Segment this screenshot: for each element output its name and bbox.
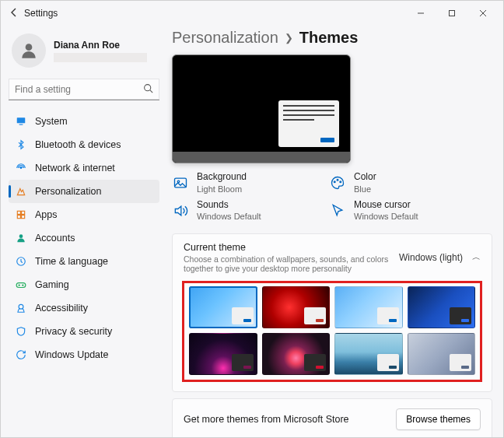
avatar bbox=[12, 33, 46, 68]
svg-point-14 bbox=[19, 234, 23, 238]
breadcrumb: Personalization ❯ Themes bbox=[172, 29, 492, 47]
svg-rect-13 bbox=[22, 215, 25, 219]
search-box[interactable] bbox=[9, 79, 159, 100]
prop-color[interactable]: ColorBlue bbox=[329, 171, 467, 194]
theme-tile-accent bbox=[389, 366, 397, 369]
nav-label: Personalization bbox=[35, 186, 101, 197]
svg-line-6 bbox=[150, 89, 152, 92]
nav-item-accessibility[interactable]: Accessibility bbox=[9, 296, 159, 320]
nav-icon bbox=[15, 302, 27, 314]
theme-tile-0[interactable] bbox=[189, 286, 257, 328]
content-area: Personalization ❯ Themes BackgroundLight… bbox=[164, 26, 503, 438]
theme-tile-5[interactable] bbox=[262, 333, 331, 375]
nav-item-network-internet[interactable]: Network & internet bbox=[9, 156, 159, 180]
theme-tile-accent bbox=[316, 319, 324, 322]
nav-item-accounts[interactable]: Accounts bbox=[9, 226, 159, 250]
nav-label: Gaming bbox=[35, 279, 69, 290]
nav-item-windows-update[interactable]: Windows Update bbox=[9, 343, 159, 366]
nav-item-time-language[interactable]: Time & language bbox=[9, 250, 159, 273]
theme-tile-1[interactable] bbox=[262, 286, 331, 328]
theme-tile-3[interactable] bbox=[408, 286, 476, 328]
current-theme-header[interactable]: Current theme Choose a combination of wa… bbox=[173, 234, 492, 281]
nav-label: Bluetooth & devices bbox=[35, 139, 121, 150]
nav-label: Apps bbox=[35, 209, 58, 220]
titlebar: Settings bbox=[1, 1, 503, 26]
svg-point-17 bbox=[19, 285, 19, 286]
theme-preview bbox=[172, 54, 351, 163]
close-button[interactable] bbox=[467, 2, 499, 24]
prop-cursor-label: Mouse cursor bbox=[354, 199, 418, 212]
nav-item-privacy-security[interactable]: Privacy & security bbox=[9, 320, 159, 343]
nav-icon bbox=[15, 279, 27, 291]
chevron-up-icon: ︿ bbox=[472, 251, 481, 263]
prop-color-label: Color bbox=[354, 171, 376, 184]
browse-themes-button[interactable]: Browse themes bbox=[396, 408, 481, 430]
prop-background[interactable]: BackgroundLight Bloom bbox=[172, 171, 310, 194]
search-input[interactable] bbox=[15, 84, 143, 95]
current-theme-title: Current theme bbox=[184, 242, 399, 253]
theme-tile-accent bbox=[461, 366, 469, 369]
profile-block[interactable]: Diana Ann Roe bbox=[9, 29, 159, 79]
svg-point-24 bbox=[340, 181, 341, 183]
cursor-icon bbox=[329, 202, 346, 219]
current-theme-panel: Current theme Choose a combination of wa… bbox=[172, 233, 492, 392]
palette-icon bbox=[329, 174, 346, 191]
back-button[interactable] bbox=[5, 7, 23, 20]
nav-label: Time & language bbox=[35, 256, 108, 267]
store-panel: Get more themes from Microsoft Store Bro… bbox=[172, 398, 492, 438]
theme-tile-accent bbox=[243, 319, 251, 322]
svg-point-4 bbox=[26, 44, 33, 51]
prop-background-value: Light Bloom bbox=[197, 184, 247, 194]
search-icon bbox=[143, 83, 153, 96]
svg-rect-12 bbox=[17, 215, 20, 219]
nav-icon bbox=[15, 185, 27, 198]
sound-icon bbox=[172, 202, 189, 219]
theme-properties: BackgroundLight Bloom ColorBlue SoundsWi… bbox=[172, 171, 467, 223]
prop-cursor[interactable]: Mouse cursorWindows Default bbox=[329, 199, 467, 223]
preview-taskbar bbox=[173, 152, 350, 163]
svg-rect-11 bbox=[22, 211, 25, 214]
prop-cursor-value: Windows Default bbox=[354, 211, 418, 222]
nav-item-gaming[interactable]: Gaming bbox=[9, 273, 159, 296]
theme-tile-7[interactable] bbox=[408, 333, 476, 375]
nav-label: Network & internet bbox=[35, 163, 115, 173]
theme-tile-accent bbox=[461, 319, 469, 322]
user-email-placeholder bbox=[54, 53, 147, 62]
nav-icon bbox=[15, 255, 27, 268]
window-controls bbox=[405, 2, 499, 24]
current-theme-subtitle: Choose a combination of wallpapers, soun… bbox=[184, 254, 399, 273]
prop-color-value: Blue bbox=[354, 184, 376, 194]
store-text: Get more themes from Microsoft Store bbox=[184, 414, 396, 425]
minimize-button[interactable] bbox=[405, 2, 436, 24]
picture-icon bbox=[172, 174, 189, 191]
nav-icon bbox=[15, 115, 27, 128]
nav-list: SystemBluetooth & devicesNetwork & inter… bbox=[9, 110, 159, 366]
nav-label: Accessibility bbox=[35, 303, 88, 314]
svg-point-22 bbox=[334, 181, 335, 183]
theme-tile-2[interactable] bbox=[334, 286, 403, 328]
svg-point-5 bbox=[145, 84, 151, 90]
nav-item-system[interactable]: System bbox=[9, 110, 159, 133]
nav-label: Windows Update bbox=[35, 349, 109, 360]
window-title: Settings bbox=[23, 8, 58, 19]
nav-icon bbox=[15, 208, 27, 221]
breadcrumb-parent[interactable]: Personalization bbox=[172, 29, 278, 47]
svg-rect-7 bbox=[17, 117, 26, 123]
theme-tile-accent bbox=[243, 366, 251, 369]
maximize-button[interactable] bbox=[436, 2, 467, 24]
nav-item-bluetooth-devices[interactable]: Bluetooth & devices bbox=[9, 133, 159, 156]
nav-item-personalization[interactable]: Personalization bbox=[9, 180, 159, 203]
prop-sounds[interactable]: SoundsWindows Default bbox=[172, 199, 310, 223]
svg-point-18 bbox=[23, 285, 23, 286]
svg-rect-16 bbox=[16, 283, 26, 288]
nav-icon bbox=[15, 325, 27, 338]
themes-grid bbox=[189, 286, 475, 375]
preview-window-card bbox=[278, 100, 339, 147]
breadcrumb-current: Themes bbox=[299, 29, 359, 47]
nav-item-apps[interactable]: Apps bbox=[9, 203, 159, 226]
theme-tile-6[interactable] bbox=[334, 333, 403, 375]
themes-highlight-box bbox=[182, 281, 482, 382]
svg-rect-10 bbox=[17, 211, 20, 214]
theme-tile-4[interactable] bbox=[189, 333, 257, 375]
nav-icon bbox=[15, 232, 27, 244]
